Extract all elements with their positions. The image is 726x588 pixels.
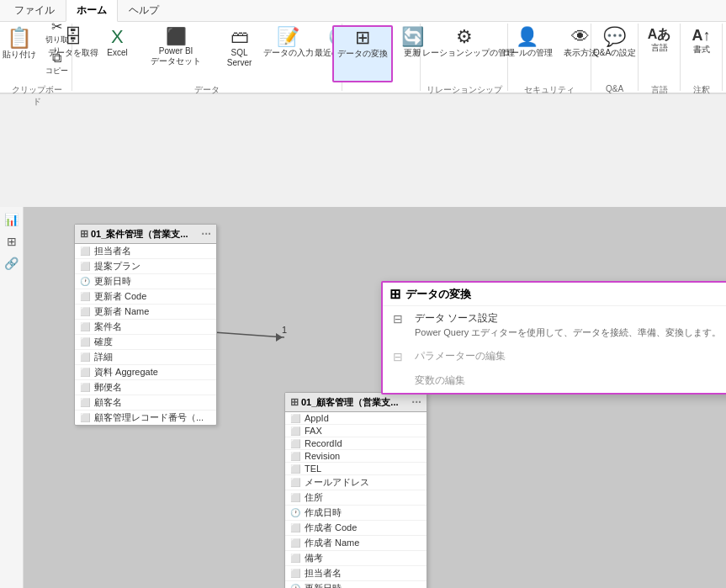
field-name: 資料 Aggregate bbox=[94, 366, 158, 379]
sql-server-icon: 🗃 bbox=[231, 28, 249, 46]
paste-icon: 📋 bbox=[7, 28, 32, 48]
field-name: RecordId bbox=[305, 438, 342, 448]
get-data-button[interactable]: 🗄 データを取得 bbox=[49, 25, 98, 82]
dropdown-item-params-label: パラメーターの編集 bbox=[415, 349, 506, 363]
field-name: 確度 bbox=[94, 336, 113, 348]
powerbi-dataset-button[interactable]: ⬛ Power BI データセット bbox=[136, 25, 215, 82]
field-name: 担当者名 bbox=[94, 245, 131, 257]
data-input-button[interactable]: 📝 データの入力 bbox=[263, 25, 312, 82]
field-icon: 🕐 bbox=[290, 584, 302, 588]
field-icon: ⬜ bbox=[290, 452, 302, 461]
sidebar-icon-chart[interactable]: 📊 bbox=[3, 210, 21, 229]
powerbi-dataset-label: Power BI データセット bbox=[140, 46, 210, 66]
field-name: 更新者 Name bbox=[94, 305, 149, 318]
excel-label: Excel bbox=[107, 48, 127, 58]
main-canvas: * 1 ⊞ 01_案件管理（営業支... ··· ⬜担当者名 bbox=[24, 207, 726, 588]
table-card-2[interactable]: ⊞ 01_顧客管理（営業支... ··· ⬜AppId ⬜FAX ⬜Record… bbox=[284, 392, 427, 588]
qa-settings-button[interactable]: 💬 Q&Aの設定 bbox=[589, 25, 640, 82]
dropdown-item-transform[interactable]: ⊟ データ ソース設定 Power Query エディターを使用して、データを接… bbox=[383, 306, 726, 344]
field-name: 更新日時 bbox=[94, 275, 131, 288]
field-name: 更新者 Code bbox=[94, 290, 146, 303]
field-row: ⬜郵便名 bbox=[75, 380, 216, 395]
field-name: AppId bbox=[305, 413, 329, 423]
field-row: ⬜顧客名 bbox=[75, 395, 216, 411]
field-row: ⬜担当者名 bbox=[285, 566, 427, 581]
manage-roles-button[interactable]: 👤 ロールの管理 bbox=[498, 25, 557, 82]
ribbon-group-data: 🗄 データを取得 X Excel ⬛ Power BI データセット 🗃 SQL… bbox=[72, 24, 342, 91]
manage-relationships-icon: ⚙ bbox=[456, 28, 473, 46]
excel-button[interactable]: X Excel bbox=[100, 25, 134, 82]
dropdown-item-transform-desc: Power Query エディターを使用して、データを接続、準備、変換します。 bbox=[415, 326, 721, 339]
table-card-1-menu[interactable]: ··· bbox=[201, 227, 211, 241]
field-row: ⬜案件名 bbox=[75, 320, 216, 335]
field-icon: ⬜ bbox=[290, 439, 302, 448]
table-card-2-menu[interactable]: ··· bbox=[411, 395, 421, 409]
language-button[interactable]: Aあ 言語 bbox=[643, 25, 676, 82]
field-row: ⬜確度 bbox=[75, 335, 216, 350]
field-icon: ⬜ bbox=[80, 292, 92, 301]
ribbon: 📋 貼り付け ✂ 切り取り ⧉ コピー クリップボード bbox=[0, 22, 726, 94]
table-card-1-header[interactable]: ⊞ 01_案件管理（営業支... ··· bbox=[75, 225, 216, 244]
field-icon: ⬜ bbox=[290, 523, 302, 532]
field-icon: ⬜ bbox=[290, 569, 302, 578]
field-row: ⬜更新者 Code bbox=[75, 289, 216, 305]
transform-data-button[interactable]: ⊞ データの変換 bbox=[332, 25, 393, 82]
field-name: 顧客名 bbox=[94, 396, 122, 409]
language-icon: Aあ bbox=[648, 28, 671, 41]
field-icon: ⬜ bbox=[80, 352, 92, 362]
field-icon: 🕐 bbox=[80, 277, 92, 286]
field-icon: ⬜ bbox=[80, 322, 92, 331]
field-icon: ⬜ bbox=[80, 307, 92, 316]
dropdown-item-params-icon: ⊟ bbox=[393, 350, 408, 363]
field-icon: ⬜ bbox=[80, 413, 92, 422]
field-name: 作成者 Code bbox=[305, 522, 357, 534]
data-input-label: データの入力 bbox=[263, 48, 314, 58]
field-name: 作成者 Name bbox=[305, 537, 359, 549]
paste-button[interactable]: 📋 貼り付け bbox=[0, 25, 38, 82]
dropdown-item-vars[interactable]: 変数の編集 bbox=[383, 368, 726, 393]
svg-marker-4 bbox=[276, 333, 283, 342]
ribbon-group-annotations: A↑ 書式 注釈 bbox=[681, 24, 723, 91]
ribbon-group-relationships: ⚙ リレーションシップの管理 リレーションシップ bbox=[421, 24, 508, 91]
sql-server-label: SQL Server bbox=[222, 48, 257, 68]
dropdown-item-vars-label: 変数の編集 bbox=[415, 373, 465, 388]
table-card-2-title: 01_顧客管理（営業支... bbox=[301, 396, 399, 409]
sidebar-icon-table[interactable]: ⊞ bbox=[3, 232, 21, 251]
data-input-icon: 📝 bbox=[277, 28, 299, 46]
field-name: TEL bbox=[305, 464, 321, 474]
dropdown-item-transform-icon: ⊟ bbox=[393, 312, 408, 326]
field-icon: ⬜ bbox=[80, 368, 92, 377]
transform-data-label: データの変換 bbox=[337, 49, 388, 59]
tab-file[interactable]: ファイル bbox=[3, 0, 66, 21]
field-name: 備考 bbox=[305, 552, 323, 564]
transform-data-icon: ⊞ bbox=[355, 29, 370, 47]
field-icon: ⬜ bbox=[80, 337, 92, 347]
table-icon-2: ⊞ bbox=[290, 396, 299, 408]
table-card-1-title: 01_案件管理（営業支... bbox=[91, 228, 188, 241]
tab-home[interactable]: ホーム bbox=[66, 0, 118, 22]
get-data-icon: 🗄 bbox=[64, 28, 82, 46]
field-row: ⬜顧客管理レコード番号（... bbox=[75, 411, 216, 425]
ribbon-group-qa: 💬 Q&Aの設定 Q&A bbox=[591, 24, 639, 91]
sidebar-icon-model[interactable]: 🔗 bbox=[3, 254, 21, 273]
table-card-2-fields: ⬜AppId ⬜FAX ⬜RecordId ⬜Revision ⬜TEL ⬜メー… bbox=[285, 412, 427, 588]
field-name: 作成日時 bbox=[305, 506, 342, 519]
field-icon: ⬜ bbox=[290, 538, 302, 548]
paste-label: 貼り付け bbox=[3, 50, 36, 60]
get-data-label: データを取得 bbox=[48, 48, 98, 58]
table-card-1[interactable]: ⊞ 01_案件管理（営業支... ··· ⬜担当者名 ⬜提案プラン 🕐更新日時 … bbox=[74, 224, 217, 426]
table-card-2-header[interactable]: ⊞ 01_顧客管理（営業支... ··· bbox=[285, 393, 427, 412]
dropdown-header-icon: ⊞ bbox=[389, 286, 400, 302]
dropdown-item-params[interactable]: ⊟ パラメーターの編集 bbox=[383, 344, 726, 368]
sql-server-button[interactable]: 🗃 SQL Server bbox=[218, 25, 262, 82]
field-name: 詳細 bbox=[94, 351, 113, 363]
field-row: ⬜AppId bbox=[285, 412, 427, 425]
annotations-icon: A↑ bbox=[692, 28, 711, 43]
field-row: ⬜担当者名 bbox=[75, 244, 216, 259]
tab-help[interactable]: ヘルプ bbox=[118, 0, 170, 21]
field-row: ⬜提案プラン bbox=[75, 259, 216, 274]
display-as-icon: 👁 bbox=[571, 28, 590, 46]
field-icon: ⬜ bbox=[290, 464, 302, 474]
annotations-button[interactable]: A↑ 書式 bbox=[685, 25, 718, 82]
excel-icon: X bbox=[111, 28, 124, 46]
